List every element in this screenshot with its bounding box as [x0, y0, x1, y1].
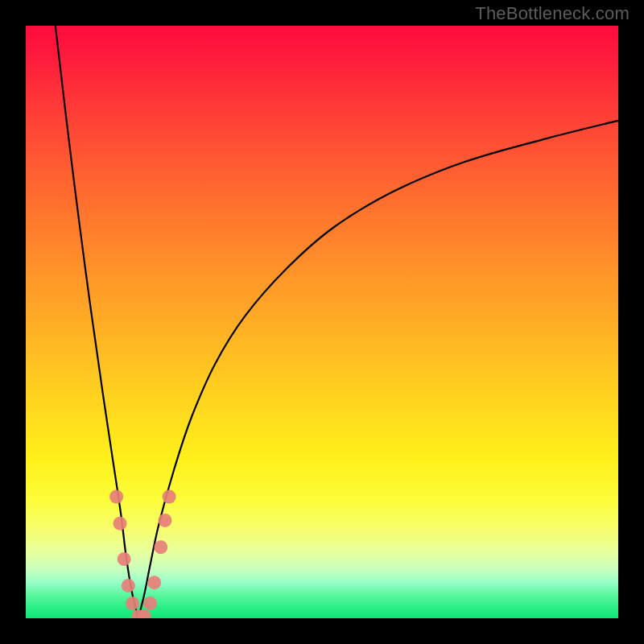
marker-dot	[163, 490, 176, 504]
right-branch-curve	[138, 121, 618, 618]
marker-dot	[122, 579, 135, 592]
plot-area	[26, 26, 618, 618]
marker-dot	[126, 597, 139, 610]
marker-dot	[154, 540, 167, 554]
chart-frame: TheBottleneck.com	[0, 0, 644, 644]
marker-dot	[147, 576, 161, 589]
marker-dot	[118, 552, 131, 566]
marker-dot	[143, 597, 157, 610]
left-branch-curve	[56, 26, 138, 618]
watermark-text: TheBottleneck.com	[475, 3, 630, 24]
marker-dot	[114, 517, 127, 530]
marker-dot	[109, 490, 123, 504]
marker-dot	[158, 514, 171, 527]
curve-layer	[26, 26, 618, 618]
